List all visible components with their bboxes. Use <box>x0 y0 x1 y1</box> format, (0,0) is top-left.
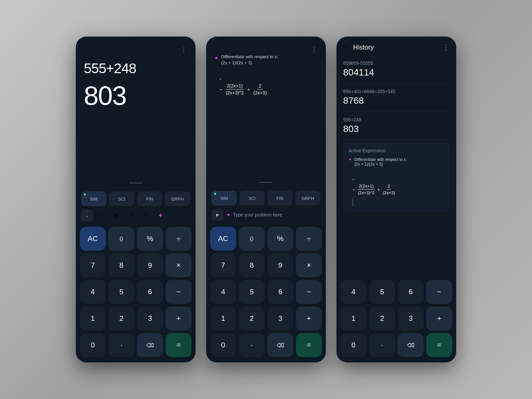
mode-sci-2[interactable]: SCI <box>239 191 265 205</box>
key-5-3[interactable]: 5 <box>369 280 395 304</box>
ai-sparkle-icon: ✦ <box>226 212 230 218</box>
key-equals[interactable]: = <box>166 333 192 357</box>
key-8-2[interactable]: 8 <box>239 253 265 277</box>
key-0-2[interactable]: 0 <box>210 333 236 357</box>
mode-grph[interactable]: GRPH <box>165 192 190 206</box>
ai-input-placeholder[interactable]: Type your problem here <box>233 212 321 217</box>
key-multiply[interactable]: × <box>166 253 192 277</box>
caret-btn[interactable]: ^ <box>125 209 137 221</box>
ai-formula-result: − 2(2x+1) (2x+3)^2 + 2 (2x+3) <box>219 83 318 95</box>
key-backspace-3[interactable]: ⌫ <box>398 333 424 357</box>
key-3[interactable]: 3 <box>137 307 163 331</box>
key-9-2[interactable]: 9 <box>267 253 293 277</box>
mode-fin-2[interactable]: FIN <box>267 191 293 205</box>
key-percent[interactable]: % <box>137 227 163 251</box>
history-expr-1: 859669-55555 <box>343 61 450 66</box>
key-2-3[interactable]: 2 <box>369 307 395 331</box>
key-ac-2[interactable]: AC <box>210 227 236 251</box>
more-options-icon[interactable]: ⋮ <box>181 46 188 54</box>
chevron-down-btn[interactable]: ⌄ <box>81 209 93 221</box>
key-1-3[interactable]: 1 <box>340 307 366 331</box>
key-parens[interactable]: () <box>108 227 134 251</box>
key-minus[interactable]: − <box>166 280 192 304</box>
top-bar-1: ⋮ <box>84 43 188 54</box>
pi-btn[interactable]: π <box>110 209 122 221</box>
history-item-3: 555+248 803 <box>343 112 450 140</box>
key-divide-2[interactable]: ÷ <box>296 227 322 251</box>
key-equals-3[interactable]: = <box>426 333 452 357</box>
key-plus[interactable]: + <box>166 307 192 331</box>
key-1[interactable]: 1 <box>80 307 106 331</box>
history-result-1: 804114 <box>343 67 450 78</box>
key-5[interactable]: 5 <box>108 280 134 304</box>
key-backspace-2[interactable]: ⌫ <box>267 333 293 357</box>
history-item-1: 859669-55555 804114 <box>343 55 450 83</box>
key-6[interactable]: 6 <box>137 280 163 304</box>
key-7-2[interactable]: 7 <box>210 253 236 277</box>
display-divider-2 <box>259 182 273 183</box>
history-ai-label: ✦ Differentiate with respect to x:(2x + … <box>348 157 444 167</box>
key-dot-3[interactable]: · <box>369 333 395 357</box>
mode-row-1: SIM SCI FIN GRPH <box>76 192 196 209</box>
history-expr-3: 555+248 <box>343 117 450 122</box>
history-list[interactable]: 859669-55555 804114 899+401+6668+255+545… <box>336 55 456 279</box>
key-dot[interactable]: · <box>108 333 134 357</box>
sqrt-btn[interactable]: √ <box>140 209 152 221</box>
history-result-3: 803 <box>343 124 450 134</box>
expand-btn[interactable]: ▶ <box>211 209 223 221</box>
sparkle-btn[interactable]: ✦ <box>154 209 166 221</box>
mode-sim-2[interactable]: SIM <box>211 191 237 205</box>
key-4[interactable]: 4 <box>80 280 106 304</box>
key-4-2[interactable]: 4 <box>210 280 236 304</box>
key-0-3[interactable]: 0 <box>340 333 366 357</box>
key-minus-2[interactable]: − <box>296 280 322 304</box>
mode-fin[interactable]: FIN <box>137 192 162 206</box>
key-2[interactable]: 2 <box>108 307 134 331</box>
expression-display: 555+248 <box>84 61 188 76</box>
key-3-3[interactable]: 3 <box>398 307 424 331</box>
history-expr-2: 899+401+6668+255+545 <box>343 89 450 94</box>
ai-result-area: • − 2(2x+1) (2x+3)^2 + 2 (2x+3) <box>214 76 318 95</box>
key-backspace[interactable]: ⌫ <box>137 333 163 357</box>
key-8[interactable]: 8 <box>108 253 134 277</box>
keypad-1: AC () % ÷ 7 8 9 × 4 5 6 − 1 2 3 + 0 · ⌫ … <box>76 224 196 362</box>
key-minus-3[interactable]: − <box>426 280 452 304</box>
key-equals-2[interactable]: = <box>296 333 322 357</box>
mode-grph-2[interactable]: GRPH <box>295 191 321 205</box>
key-dot-2[interactable]: · <box>239 333 265 357</box>
key-ac[interactable]: AC <box>80 227 106 251</box>
exclamation-btn[interactable]: ! <box>96 209 108 221</box>
key-5-2[interactable]: 5 <box>239 280 265 304</box>
history-item-2: 899+401+6668+255+545 8768 <box>343 83 450 112</box>
key-0[interactable]: 0 <box>80 333 106 357</box>
display-divider <box>129 183 142 184</box>
back-arrow-icon[interactable]: ← <box>343 44 349 51</box>
more-options-icon-2[interactable]: ⋮ <box>311 46 318 54</box>
key-multiply-2[interactable]: × <box>296 253 322 277</box>
mode-sci[interactable]: SCI <box>109 192 134 206</box>
special-row-1: ⌄ ! π ^ √ ✦ <box>76 209 196 224</box>
key-1-2[interactable]: 1 <box>210 307 236 331</box>
key-3-2[interactable]: 3 <box>267 307 293 331</box>
display-area-1: ⋮ 555+248 803 <box>76 37 196 192</box>
calculator-2: ⋮ ✦ Differentiate with respect to x:(2x … <box>206 37 326 362</box>
key-divide[interactable]: ÷ <box>166 227 192 251</box>
key-4-3[interactable]: 4 <box>340 280 366 304</box>
key-6-3[interactable]: 6 <box>398 280 424 304</box>
key-plus-3[interactable]: + <box>426 307 452 331</box>
key-2-2[interactable]: 2 <box>239 307 265 331</box>
key-7[interactable]: 7 <box>80 253 106 277</box>
more-options-icon-3[interactable]: ⋮ <box>443 43 450 51</box>
key-6-2[interactable]: 6 <box>267 280 293 304</box>
keypad-3: 4 5 6 − 1 2 3 + 0 · ⌫ = <box>336 279 456 362</box>
sparkle-icon-history: ✦ <box>348 157 352 162</box>
key-9[interactable]: 9 <box>137 253 163 277</box>
active-expression-section: Active Expression ✦ Differentiate with r… <box>343 143 450 212</box>
ai-input-row: ▶ ✦ Type your problem here <box>206 209 326 224</box>
key-percent-2[interactable]: % <box>267 227 293 251</box>
display-area-2: ⋮ ✦ Differentiate with respect to x:(2x … <box>206 37 326 191</box>
key-parens-2[interactable]: () <box>239 227 265 251</box>
key-plus-2[interactable]: + <box>296 307 322 331</box>
history-header: ← History ⋮ <box>336 37 456 55</box>
mode-sim[interactable]: SIM <box>81 192 106 206</box>
